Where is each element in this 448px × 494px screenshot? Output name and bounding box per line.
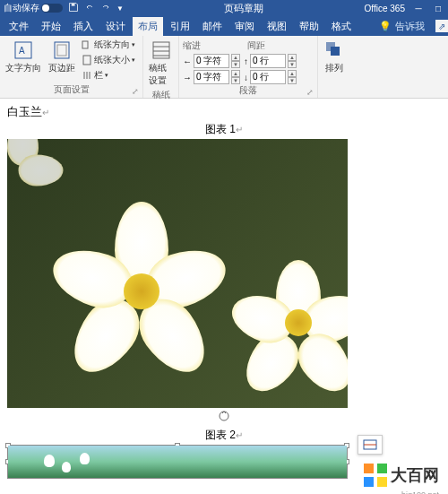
watermark-logo-icon	[364, 464, 387, 487]
svg-rect-4	[57, 45, 66, 56]
svg-text:A: A	[19, 46, 25, 56]
svg-rect-5	[82, 41, 88, 48]
layout-options-button[interactable]	[358, 435, 383, 455]
document-title: 页码章期	[124, 2, 365, 15]
tab-help[interactable]: 帮助	[294, 17, 324, 36]
redo-icon[interactable]	[100, 2, 111, 14]
rotation-handle[interactable]	[7, 410, 441, 426]
svg-point-16	[220, 412, 228, 420]
ribbon-tabs: 文件 开始 插入 设计 布局 引用 邮件 审阅 视图 帮助 格式 💡 告诉我 ⇗	[0, 16, 448, 36]
manuscript-group: 稿纸设置 稿纸	[143, 36, 179, 98]
spacing-before-spinner[interactable]: ↑ ▲▼	[244, 54, 297, 68]
orientation-button[interactable]: 纸张方向▾	[81, 38, 136, 52]
tab-view[interactable]: 视图	[262, 17, 292, 36]
selected-image-2[interactable]	[7, 445, 348, 479]
autosave-toggle-switch[interactable]	[41, 4, 63, 13]
down-arrow-icon[interactable]: ▼	[231, 61, 240, 68]
image-lily-of-valley[interactable]	[8, 446, 347, 478]
svg-rect-6	[83, 56, 90, 65]
document-area[interactable]: 白玉兰↵ 图表 1↵ 图表 2↵	[0, 99, 448, 494]
tab-format[interactable]: 格式	[326, 17, 357, 36]
tell-me-search[interactable]: 💡 告诉我	[379, 20, 430, 33]
text-direction-button[interactable]: A 文字方向	[4, 38, 43, 76]
watermark: 大百网	[364, 464, 439, 487]
columns-button[interactable]: 栏▾	[81, 68, 136, 82]
margins-button[interactable]: 页边距	[47, 38, 77, 76]
indent-right-icon: →	[183, 73, 192, 82]
indent-right-spinner[interactable]: → ▲▼	[183, 70, 240, 84]
share-icon[interactable]: ⇗	[435, 20, 448, 32]
autosave-toggle[interactable]: 自动保存	[4, 2, 63, 14]
title-bar: 自动保存 ▼ 页码章期 Office 365 ─ □	[0, 0, 448, 16]
svg-rect-15	[331, 47, 340, 56]
page-setup-launcher[interactable]: ⤢	[132, 87, 139, 96]
layout-options-icon	[362, 438, 378, 451]
indent-left-icon: ←	[183, 56, 192, 66]
lightbulb-icon: 💡	[379, 21, 392, 32]
undo-icon[interactable]	[84, 2, 95, 14]
watermark-url: big100.net	[401, 490, 439, 494]
tab-design[interactable]: 设计	[100, 17, 131, 36]
tab-references[interactable]: 引用	[165, 17, 195, 36]
minimize-button[interactable]: ─	[412, 4, 425, 13]
spacing-after-icon: ↓	[244, 73, 248, 82]
qat-dropdown-icon[interactable]: ▼	[116, 4, 124, 13]
indent-left-spinner[interactable]: ← ▲▼	[183, 54, 240, 68]
save-icon[interactable]	[68, 2, 79, 14]
tab-review[interactable]: 审阅	[229, 17, 260, 36]
tab-file[interactable]: 文件	[4, 17, 34, 36]
indent-right-input[interactable]	[194, 70, 229, 84]
spacing-after-input[interactable]	[250, 70, 286, 84]
arrange-button[interactable]: 排列	[322, 38, 347, 76]
paragraph-launcher[interactable]: ⤢	[306, 88, 314, 97]
up-arrow-icon[interactable]: ▲	[231, 54, 240, 61]
tab-home[interactable]: 开始	[36, 17, 66, 36]
tab-mailings[interactable]: 邮件	[197, 17, 228, 36]
spacing-after-spinner[interactable]: ↓ ▲▼	[244, 70, 297, 84]
svg-rect-0	[72, 4, 75, 5]
paragraph-group: 缩进间距 ← ▲▼ ↑ ▲▼ → ▲▼	[179, 36, 318, 98]
tab-insert[interactable]: 插入	[68, 17, 99, 36]
restore-button[interactable]: □	[432, 4, 444, 13]
size-button[interactable]: 纸张大小▾	[81, 53, 136, 67]
indent-left-input[interactable]	[194, 54, 229, 68]
spacing-before-icon: ↑	[244, 56, 248, 66]
office-label: Office 365	[365, 4, 405, 13]
ribbon: A 文字方向 页边距 纸张方向▾ 纸张大小▾ 栏▾ 页面设置⤢ 稿纸设置 稿纸	[0, 36, 448, 99]
spacing-before-input[interactable]	[250, 54, 286, 68]
tab-layout[interactable]: 布局	[133, 17, 163, 36]
figure-caption-1[interactable]: 图表 1↵	[7, 122, 441, 137]
manuscript-settings-button[interactable]: 稿纸设置	[147, 38, 175, 89]
arrange-group: 排列	[318, 36, 354, 98]
image-flowers[interactable]	[7, 139, 348, 408]
page-setup-group: A 文字方向 页边距 纸张方向▾ 纸张大小▾ 栏▾ 页面设置⤢	[0, 36, 143, 98]
body-text[interactable]: 白玉兰↵	[7, 104, 441, 120]
